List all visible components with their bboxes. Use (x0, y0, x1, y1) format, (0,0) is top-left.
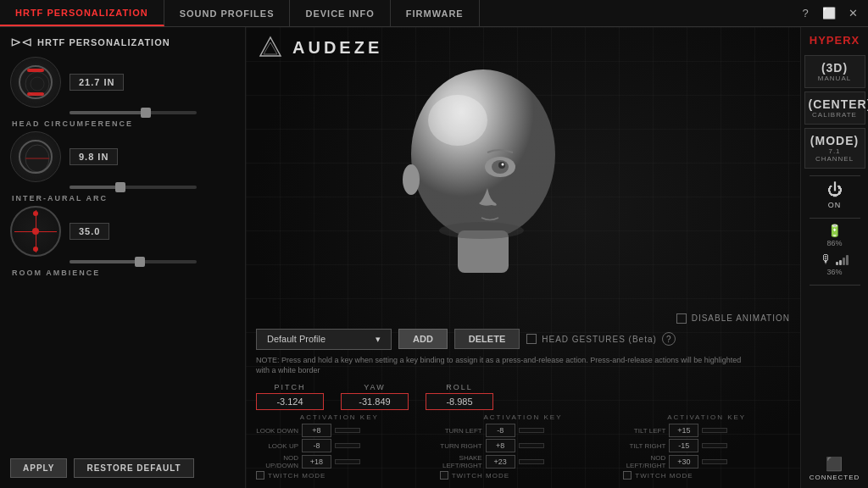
slider-thumb-2[interactable] (115, 182, 125, 192)
help-badge[interactable]: ? (662, 332, 676, 346)
yaw-twitch-checkbox[interactable] (440, 471, 448, 480)
look-up-key[interactable] (335, 443, 360, 448)
main-layout: ⊳⊲ HRTF PERSONALIZATION 21.7 IN (0, 27, 868, 488)
slider-thumb-3[interactable] (135, 257, 145, 267)
shake-item: SHAKE LEFT/RIGHT +23 (440, 454, 607, 469)
yaw-value[interactable]: -31.849 (341, 393, 409, 410)
disable-animation-checkbox[interactable] (676, 313, 687, 324)
btn-mode[interactable]: (MODE) 7.1 CHANNEL (804, 128, 865, 169)
svg-point-0 (25, 72, 49, 96)
btn-3d-manual[interactable]: (3D) MANUAL (804, 55, 865, 88)
nod-leftright-item: NOD LEFT/RIGHT +30 (623, 454, 790, 469)
btn-center-calibrate[interactable]: (CENTER) CALIBRATE (804, 92, 865, 125)
look-down-value[interactable]: +8 (302, 424, 331, 437)
slider-track-2[interactable] (70, 186, 197, 189)
svg-marker-5 (264, 42, 277, 54)
note-text: NOTE: Press and hold a key when setting … (256, 355, 748, 376)
room-ambience-measurement: 35.0 (10, 206, 235, 257)
pitch-yaw-roll-row: PITCH -3.124 YAW -31.849 ROLL -8.985 (256, 383, 790, 410)
turn-right-item: TURN RIGHT +8 (440, 439, 607, 452)
roll-twitch-checkbox[interactable] (623, 471, 632, 480)
right-panel: HYPERX (3D) MANUAL (CENTER) CALIBRATE (M… (800, 27, 868, 488)
slider-room[interactable] (10, 260, 235, 263)
head-gestures-checkbox[interactable] (526, 334, 537, 344)
room-ambience-label: ROOM AMBIENCE (10, 269, 235, 277)
controls-area: DISABLE ANIMATION Default Profile ▾ ADD … (246, 307, 800, 488)
profile-select[interactable]: Default Profile ▾ (256, 329, 392, 350)
turn-right-value[interactable]: +8 (486, 439, 515, 452)
btn-3d-label: (3D) (809, 61, 861, 75)
pitch-act-items: LOOK DOWN +8 LOOK UP -8 NOD UP/DOWN +18 (256, 424, 423, 469)
signal-bars (836, 253, 849, 265)
head-top-icon (10, 57, 61, 108)
power-icon[interactable]: ⏻ (827, 181, 843, 199)
nod-updown-key[interactable] (335, 459, 360, 464)
tab-hrtf[interactable]: HRTF PERSONALIZATION (0, 0, 164, 26)
nod-updown-value[interactable]: +18 (302, 455, 331, 469)
apply-button[interactable]: APPLY (10, 458, 67, 478)
svg-point-6 (411, 69, 555, 239)
help-icon[interactable]: ? (797, 5, 814, 22)
hyperx-brand-text: HYPER (810, 34, 852, 47)
apply-row: APPLY RESTORE DEFAULT (10, 458, 194, 478)
window-icon[interactable]: ⬜ (821, 5, 837, 22)
center-panel: AUDEZE (246, 27, 800, 488)
signal-bar-4 (846, 255, 849, 265)
connected-label: CONNECTED (810, 474, 860, 481)
tilt-left-value[interactable]: +15 (669, 424, 698, 437)
close-icon[interactable]: ✕ (844, 5, 861, 22)
slider-thumb-1[interactable] (141, 108, 151, 118)
turn-right-key[interactable] (519, 443, 544, 448)
tilt-right-value[interactable]: -15 (669, 439, 698, 452)
btn-mode-label: (MODE) (809, 134, 861, 147)
profile-row: Default Profile ▾ ADD DELETE HEAD GESTUR… (256, 329, 790, 350)
pitch-value[interactable]: -3.124 (256, 393, 324, 410)
head-side-inner (19, 140, 53, 174)
pitch-activation-group: ACTIVATION KEY LOOK DOWN +8 LOOK UP -8 (256, 413, 423, 480)
nod-updown-label: NOD UP/DOWN (256, 454, 298, 469)
look-down-key[interactable] (335, 428, 360, 433)
audeze-logo-icon (259, 36, 282, 59)
tab-device-info[interactable]: DEVICE INFO (290, 0, 390, 26)
roll-value[interactable]: -8.985 (426, 393, 493, 410)
signal-bar-1 (836, 262, 838, 265)
connected-status: ⬛ CONNECTED (810, 456, 860, 481)
tab-firmware[interactable]: FIRMWARE (391, 0, 480, 26)
restore-button[interactable]: RESTORE DEFAULT (74, 458, 193, 478)
look-down-label: LOOK DOWN (256, 427, 298, 435)
signal-bar-3 (843, 258, 845, 265)
tilt-right-key[interactable] (702, 443, 727, 448)
dropdown-arrow-icon: ▾ (376, 334, 381, 345)
roll-label: ROLL (426, 383, 493, 391)
pitch-group: PITCH -3.124 (256, 383, 324, 410)
shake-label: SHAKE LEFT/RIGHT (440, 454, 482, 469)
slider-track-1[interactable] (70, 111, 197, 114)
tab-sound-profiles[interactable]: SOUND PROFILES (164, 0, 291, 26)
turn-left-label: TURN LEFT (440, 427, 482, 435)
pitch-twitch-checkbox[interactable] (256, 471, 264, 480)
shake-key[interactable] (519, 459, 544, 464)
turn-left-value[interactable]: -8 (486, 424, 515, 437)
power-status: ⏻ ON (827, 181, 843, 209)
look-up-value[interactable]: -8 (302, 439, 331, 452)
slider-track-3[interactable] (70, 260, 197, 263)
head-inner (19, 65, 53, 99)
battery-percent: 86% (826, 239, 842, 247)
slider-interaural[interactable] (10, 186, 235, 189)
pitch-twitch-row: TWITCH MODE (256, 471, 423, 480)
nod-leftright-value[interactable]: +30 (669, 455, 698, 469)
btn-center-label: (CENTER) (809, 97, 861, 111)
add-button[interactable]: ADD (398, 329, 448, 349)
svg-point-8 (428, 95, 487, 146)
nod-leftright-key[interactable] (702, 459, 727, 464)
turn-left-key[interactable] (519, 428, 544, 433)
slider-circumference[interactable] (10, 111, 235, 114)
signal-bar-2 (839, 260, 842, 265)
delete-button[interactable]: DELETE (454, 329, 520, 349)
signal-icon-row: 🎙 (821, 252, 849, 266)
shake-value[interactable]: +23 (486, 455, 515, 469)
hyperx-logo: HYPERX (810, 34, 860, 47)
tilt-left-key[interactable] (702, 428, 727, 433)
yaw-act-items: TURN LEFT -8 TURN RIGHT +8 SHAKE LEFT/RI… (440, 424, 607, 469)
disable-animation-label[interactable]: DISABLE ANIMATION (676, 313, 790, 324)
